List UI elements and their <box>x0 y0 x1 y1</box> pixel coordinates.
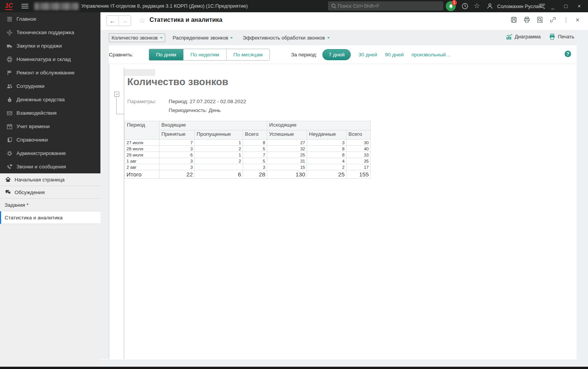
favorites-star-icon[interactable]: ☆ <box>474 2 480 10</box>
service-menu-icon[interactable] <box>539 3 545 9</box>
grouping-collapse-button[interactable] <box>114 92 119 97</box>
period-30-days-link[interactable]: 30 дней <box>358 52 377 58</box>
grouping-bracket-horizontal <box>116 114 124 114</box>
close-window-button[interactable]: × <box>574 0 585 12</box>
sidebar-item-directories[interactable]: Справочники <box>0 133 100 147</box>
sidebar-item-label: Справочники <box>16 137 48 143</box>
tab-call-distribution[interactable]: Распределение звонков <box>171 34 235 42</box>
sidebar-item-time-tracking[interactable]: 7 Учет времени <box>0 120 100 133</box>
cell-value <box>195 164 243 170</box>
sidebar-item-label: Ремонт и обслуживание <box>16 70 75 76</box>
cell-total-value: 130 <box>267 170 307 179</box>
table-header-groups: Период Входящие Исходящие <box>125 121 371 130</box>
sidebar-item-statistics-analytics[interactable]: Статистика и аналитика <box>0 211 100 224</box>
cell-period: 29 июля <box>125 152 159 158</box>
phone-message-icon <box>7 164 13 170</box>
sidebar-item-administration[interactable]: Администрирование <box>0 147 100 160</box>
sidebar-item-tasks[interactable]: Задания * <box>0 199 100 211</box>
period-custom-link[interactable]: произвольный… <box>411 52 451 58</box>
sidebar-item-label: Взаимодействия <box>16 110 57 116</box>
tab-call-count[interactable]: Количество звонков <box>109 33 165 42</box>
save-icon[interactable] <box>511 16 517 23</box>
cell-value: 15 <box>267 164 307 170</box>
col-accepted: Принятые <box>159 130 195 140</box>
compare-by-months-button[interactable]: По месяцам <box>227 49 269 60</box>
link-icon[interactable] <box>550 16 556 23</box>
maximize-button[interactable]: □ <box>560 0 571 12</box>
tab-label: Количество звонков <box>112 35 158 41</box>
col-missed: Пропущенные <box>195 130 243 140</box>
col-total-in: Всего <box>243 130 267 140</box>
truck-icon <box>7 43 13 49</box>
history-icon[interactable] <box>461 2 469 10</box>
period-90-days-link[interactable]: 90 дней <box>385 52 404 58</box>
sidebar-item-tech-support[interactable]: Техническая поддержка <box>0 26 100 39</box>
back-button[interactable]: ← <box>107 16 119 26</box>
report-table[interactable]: Период Входящие Исходящие Принятые Пропу… <box>125 121 371 179</box>
close-form-icon[interactable]: × <box>575 17 580 23</box>
forward-button[interactable]: → <box>119 16 131 26</box>
menu-lines-icon <box>7 16 13 22</box>
cell-value: 27 <box>267 140 307 146</box>
main-menu-icon[interactable] <box>21 3 29 9</box>
period-7-days-button[interactable]: 7 дней <box>322 49 351 60</box>
sidebar-item-interactions[interactable]: Взаимодействия <box>0 106 100 120</box>
table-row[interactable]: 1 авг 3 2 5 31 4 35 <box>125 158 371 164</box>
sidebar-item-label: Учет времени <box>16 124 50 129</box>
global-search[interactable] <box>328 2 443 10</box>
right-margin <box>577 30 588 369</box>
cell-period: 2 авг <box>125 164 159 170</box>
main-area: ← → ☆ Статистика и аналитика ⋮ × <box>100 12 588 369</box>
cell-value: 6 <box>159 152 195 158</box>
sidebar-item-main[interactable]: Главное <box>0 12 100 26</box>
table-total-row[interactable]: Итого 22 6 28 130 25 155 <box>125 170 371 179</box>
sidebar-item-nomenclature-warehouse[interactable]: Номенклатура и склад <box>0 53 100 66</box>
cell-period: 27 июля <box>125 140 159 146</box>
table-row[interactable]: 27 июля 7 1 8 27 3 30 <box>125 140 371 146</box>
print-preview-icon[interactable] <box>537 16 543 23</box>
window-bottom-border <box>0 367 588 369</box>
print-icon[interactable] <box>524 16 530 23</box>
favorite-star-icon[interactable]: ☆ <box>139 16 146 25</box>
user-icon[interactable] <box>486 2 494 10</box>
tab-call-processing-efficiency[interactable]: Эффективность обработки звонков <box>240 34 332 42</box>
print-report-button[interactable]: Печать <box>549 33 574 40</box>
sidebar-item-calls-messages[interactable]: Звонки и сообщения <box>0 160 100 173</box>
col-group-outgoing: Исходящие <box>267 121 371 130</box>
sidebar-item-money[interactable]: s Денежные средства <box>0 93 100 106</box>
report-param-periodicity: Периодичность: День <box>169 107 221 113</box>
table-row[interactable]: 2 авг 3 3 15 2 17 <box>125 164 371 170</box>
diagram-button[interactable]: Диаграмма <box>506 34 541 40</box>
more-actions-icon[interactable]: ⋮ <box>563 17 569 23</box>
chevron-down-icon <box>327 37 330 39</box>
chevron-down-icon <box>160 37 163 39</box>
cell-total-value: 22 <box>159 170 195 179</box>
cell-value: 4 <box>307 158 347 164</box>
cell-value: 17 <box>347 164 371 170</box>
cell-value: 3 <box>159 164 195 170</box>
report-title: Количество звонков <box>127 76 228 88</box>
chat-icon <box>5 189 11 195</box>
sidebar-item-home-page[interactable]: Начальная страница <box>0 173 100 186</box>
current-user-name[interactable]: Соломахин Руслан <box>497 3 542 9</box>
sidebar-item-discussions[interactable]: Обсуждения <box>0 186 100 199</box>
compare-by-weeks-button[interactable]: По неделям <box>184 49 227 60</box>
minimize-button[interactable]: _ <box>547 0 558 12</box>
compare-label: Сравнить: <box>109 52 133 58</box>
sidebar-item-label: Денежные средства <box>16 97 65 102</box>
cell-total-label: Итого <box>125 170 159 179</box>
cell-value: 3 <box>159 146 195 152</box>
cell-value: 1 <box>195 140 243 146</box>
compare-by-days-button[interactable]: По дням <box>149 49 184 60</box>
help-icon[interactable]: ? <box>565 51 571 57</box>
redacted-text <box>34 3 79 10</box>
sidebar-item-repair-service[interactable]: Ремонт и обслуживание <box>0 66 100 79</box>
sidebar-item-purchases-sales[interactable]: Закупки и продажи <box>0 39 100 53</box>
people-icon <box>7 83 13 89</box>
cell-period: 1 авг <box>125 158 159 164</box>
table-row[interactable]: 28 июля 3 2 5 32 8 40 <box>125 146 371 152</box>
table-row[interactable]: 29 июля 6 1 7 25 8 33 <box>125 152 371 158</box>
sidebar-item-label: Обсуждения <box>15 189 44 195</box>
sidebar-item-employees[interactable]: Сотрудники <box>0 79 100 93</box>
search-input[interactable] <box>337 3 434 9</box>
